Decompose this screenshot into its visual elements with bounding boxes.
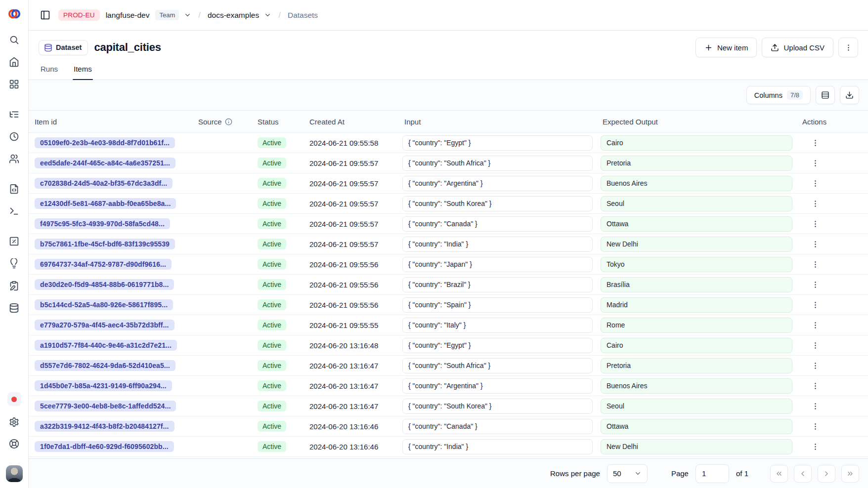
row-actions-menu-button[interactable] bbox=[808, 136, 822, 150]
search-icon[interactable] bbox=[8, 34, 20, 45]
input-value-box[interactable]: { "country": "Egypt" } bbox=[402, 135, 593, 151]
org-chevron-down-icon[interactable] bbox=[184, 11, 191, 19]
expected-output-box[interactable]: Brasília bbox=[601, 277, 792, 292]
expected-output-box[interactable]: Seoul bbox=[601, 196, 792, 211]
first-page-button[interactable] bbox=[770, 465, 788, 483]
row-actions-menu-button[interactable] bbox=[808, 237, 822, 251]
input-value-box[interactable]: { "country": "Argentina" } bbox=[402, 378, 593, 394]
expected-output-box[interactable]: Ottawa bbox=[601, 216, 792, 232]
table-row[interactable]: de30d2e0-f5d9-4854-88b6-0619771b8... Act… bbox=[29, 275, 868, 295]
input-value-box[interactable]: { "country": "India" } bbox=[402, 439, 593, 454]
home-icon[interactable] bbox=[8, 56, 20, 68]
table-row[interactable]: eed5dafe-244f-465c-a84c-4a6e357251... Ac… bbox=[29, 153, 868, 173]
dataset-entity-badge[interactable]: Dataset bbox=[39, 40, 88, 55]
users-icon[interactable] bbox=[8, 153, 20, 164]
row-actions-menu-button[interactable] bbox=[808, 359, 822, 372]
support-lifebuoy-icon[interactable] bbox=[8, 438, 20, 449]
row-actions-menu-button[interactable] bbox=[808, 318, 822, 332]
playground-terminal-icon[interactable] bbox=[8, 205, 20, 217]
table-row[interactable]: 69764737-34af-4752-9787-d90df9616... Act… bbox=[29, 254, 868, 275]
input-value-box[interactable]: { "country": "India" } bbox=[402, 237, 593, 252]
item-id-badge[interactable]: b5c144cd-52a5-4a80-926e-58617f895... bbox=[35, 299, 173, 310]
expected-output-box[interactable]: Buenos Aires bbox=[601, 378, 792, 394]
item-id-badge[interactable]: 5cee7779-3e00-4eb8-be8c-1affedd524... bbox=[35, 401, 176, 411]
item-id-badge[interactable]: e12430df-5e81-4687-aabb-f0ea65be8a... bbox=[35, 198, 176, 209]
table-row[interactable]: 1d45b0e7-b85a-4231-9149-6ff90a294... Act… bbox=[29, 376, 868, 396]
item-id-badge[interactable]: 1f0e7da1-dbff-4e60-929d-f6095602bb... bbox=[35, 441, 174, 452]
item-id-badge[interactable]: b75c7861-1fbe-45cf-bdf6-83f139c95539 bbox=[35, 239, 175, 249]
row-actions-menu-button[interactable] bbox=[808, 338, 822, 352]
expected-output-box[interactable]: Rome bbox=[601, 318, 792, 333]
item-id-badge[interactable]: de30d2e0-f5d9-4854-88b6-0619771b8... bbox=[35, 279, 174, 290]
next-page-button[interactable] bbox=[818, 465, 835, 483]
sessions-clock-icon[interactable] bbox=[8, 130, 20, 142]
tab-runs[interactable]: Runs bbox=[40, 60, 59, 80]
tab-items[interactable]: Items bbox=[73, 60, 93, 80]
row-height-button[interactable] bbox=[816, 86, 835, 104]
item-id-badge[interactable]: a322b319-9412-4f43-b8f2-b20484127f... bbox=[35, 421, 174, 432]
table-row[interactable]: b5c144cd-52a5-4a80-926e-58617f895... Act… bbox=[29, 295, 868, 315]
user-avatar[interactable] bbox=[6, 465, 23, 482]
input-value-box[interactable]: { "country": "Spain" } bbox=[402, 297, 593, 313]
table-row[interactable]: a1910d57-7f84-440c-9e46-a31c2d7e21... Ac… bbox=[29, 335, 868, 356]
item-id-badge[interactable]: a1910d57-7f84-440c-9e46-a31c2d7e21... bbox=[35, 340, 177, 351]
row-actions-menu-button[interactable] bbox=[808, 176, 822, 190]
item-id-badge[interactable]: 1d45b0e7-b85a-4231-9149-6ff90a294... bbox=[35, 380, 172, 391]
export-download-button[interactable] bbox=[840, 86, 859, 104]
item-id-badge[interactable]: c702838d-24d5-40a2-bf35-67dc3a3df... bbox=[35, 178, 173, 189]
table-row[interactable]: 5cee7779-3e00-4eb8-be8c-1affedd524... Ac… bbox=[29, 396, 868, 416]
input-value-box[interactable]: { "country": "Egypt" } bbox=[402, 338, 593, 353]
page-number-input[interactable] bbox=[695, 464, 729, 483]
settings-gear-icon[interactable] bbox=[8, 416, 20, 428]
item-id-badge[interactable]: f4975c95-5fc3-4939-970d-58fa5cd48... bbox=[35, 218, 170, 229]
table-row[interactable]: f4975c95-5fc3-4939-970d-58fa5cd48... Act… bbox=[29, 214, 868, 234]
row-actions-menu-button[interactable] bbox=[808, 217, 822, 231]
input-value-box[interactable]: { "country": "South Korea" } bbox=[402, 399, 593, 414]
table-row[interactable]: e12430df-5e81-4687-aabb-f0ea65be8a... Ac… bbox=[29, 194, 868, 214]
dashboard-icon[interactable] bbox=[8, 78, 20, 90]
table-row[interactable]: e779a270-579a-4f45-aec4-35b72d3bff... Ac… bbox=[29, 315, 868, 335]
row-actions-menu-button[interactable] bbox=[808, 379, 822, 393]
row-actions-menu-button[interactable] bbox=[808, 257, 822, 271]
expected-output-box[interactable]: Tokyo bbox=[601, 257, 792, 272]
input-value-box[interactable]: { "country": "South Africa" } bbox=[402, 358, 593, 373]
item-id-badge[interactable]: 69764737-34af-4752-9787-d90df9616... bbox=[35, 259, 172, 270]
table-row[interactable]: d557e7d6-7802-4624-9da6-52d410ea5... Act… bbox=[29, 356, 868, 376]
expected-output-box[interactable]: Buenos Aires bbox=[601, 176, 792, 191]
project-chevron-down-icon[interactable] bbox=[264, 11, 271, 19]
table-row[interactable]: 1f0e7da1-dbff-4e60-929d-f6095602bb... Ac… bbox=[29, 437, 868, 457]
expected-output-box[interactable]: Cairo bbox=[601, 338, 792, 353]
row-actions-menu-button[interactable] bbox=[808, 440, 822, 453]
table-row[interactable]: 05109ef0-2e3b-4e03-98dd-8f7d01b61f... Ac… bbox=[29, 133, 868, 153]
expected-output-box[interactable]: New Delhi bbox=[601, 439, 792, 454]
input-value-box[interactable]: { "country": "Canada" } bbox=[402, 419, 593, 434]
sidebar-toggle-icon[interactable] bbox=[38, 8, 52, 23]
datasets-database-icon[interactable] bbox=[8, 302, 20, 314]
input-value-box[interactable]: { "country": "South Korea" } bbox=[402, 196, 593, 211]
rows-per-page-select[interactable]: 50 bbox=[607, 464, 648, 483]
annotation-clipboard-pen-icon[interactable] bbox=[8, 280, 20, 291]
row-actions-menu-button[interactable] bbox=[808, 197, 822, 210]
item-id-badge[interactable]: eed5dafe-244f-465c-a84c-4a6e357251... bbox=[35, 158, 175, 168]
breadcrumb-org[interactable]: langfuse-dev bbox=[106, 11, 150, 20]
input-value-box[interactable]: { "country": "Italy" } bbox=[402, 318, 593, 333]
new-item-button[interactable]: New item bbox=[695, 38, 757, 57]
expected-output-box[interactable]: Seoul bbox=[601, 399, 792, 414]
langfuse-logo[interactable] bbox=[7, 7, 21, 21]
info-icon[interactable] bbox=[225, 118, 232, 125]
expected-output-box[interactable]: Pretoria bbox=[601, 358, 792, 373]
last-page-button[interactable] bbox=[841, 465, 859, 483]
insights-lightbulb-icon[interactable] bbox=[8, 257, 20, 269]
input-value-box[interactable]: { "country": "Argentina" } bbox=[402, 176, 593, 191]
expected-output-box[interactable]: Pretoria bbox=[601, 156, 792, 171]
item-id-badge[interactable]: e779a270-579a-4f45-aec4-35b72d3bff... bbox=[35, 320, 174, 330]
row-actions-menu-button[interactable] bbox=[808, 419, 822, 433]
row-actions-menu-button[interactable] bbox=[808, 278, 822, 291]
row-actions-menu-button[interactable] bbox=[808, 298, 822, 312]
input-value-box[interactable]: { "country": "Brazil" } bbox=[402, 277, 593, 292]
input-value-box[interactable]: { "country": "South Africa" } bbox=[402, 156, 593, 171]
recording-indicator[interactable] bbox=[7, 392, 21, 406]
item-id-badge[interactable]: 05109ef0-2e3b-4e03-98dd-8f7d01b61f... bbox=[35, 137, 175, 148]
table-row[interactable]: a322b319-9412-4f43-b8f2-b20484127f... Ac… bbox=[29, 416, 868, 437]
upload-csv-button[interactable]: Upload CSV bbox=[762, 38, 833, 57]
